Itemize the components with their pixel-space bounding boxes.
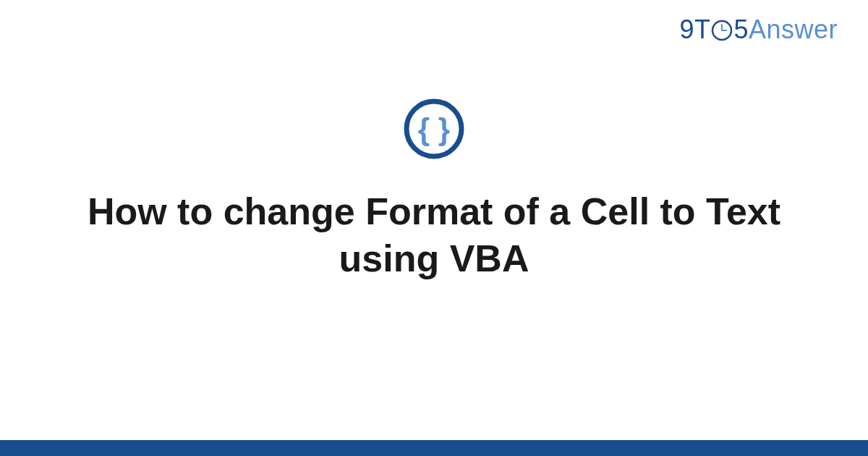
logo-text-9t: 9T: [679, 14, 710, 45]
logo-clock-icon: [711, 20, 733, 41]
logo-text-5: 5: [733, 14, 749, 45]
page-title: How to change Format of a Cell to Text u…: [0, 188, 868, 282]
footer-accent-bar: [0, 440, 868, 456]
logo-text-answer: Answer: [749, 14, 838, 45]
site-logo: 9T 5 Answer: [679, 14, 838, 45]
code-braces-icon: { }: [403, 98, 465, 163]
svg-text:{ }: { }: [418, 112, 450, 146]
